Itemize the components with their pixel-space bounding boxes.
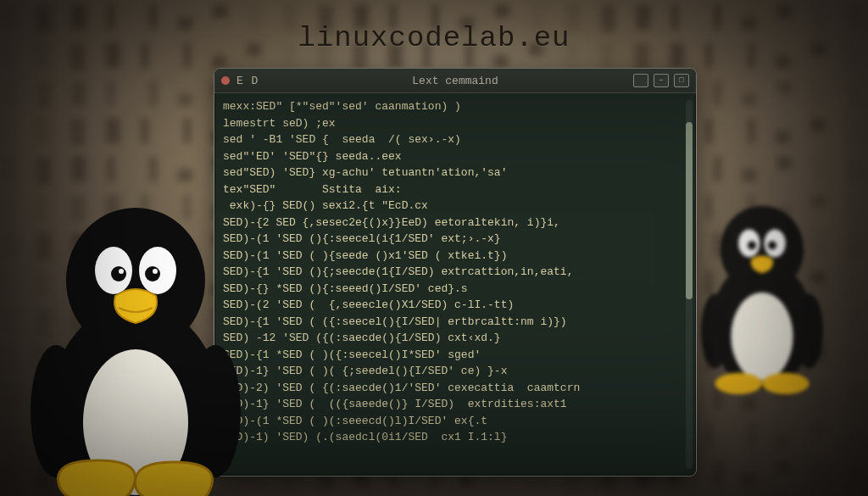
svg-point-1	[721, 206, 804, 294]
svg-point-19	[153, 269, 158, 274]
window-controls: − □	[633, 74, 689, 87]
terminal-line: sed"SED) 'SED} xg-achu' tetuantn'ation,'…	[223, 164, 681, 181]
svg-point-10	[795, 293, 823, 368]
close-icon[interactable]	[221, 76, 230, 85]
terminal-line: SED)-{1 'SED ( ({:seecel(){I/SED| ertbrc…	[223, 314, 681, 331]
minimize-button[interactable]	[633, 74, 648, 87]
scene: ░ ▒ ▓ █ ▌ ▐ ▄ ▀ ░ ▒ ▓ █ ▌ ▐ ▄ ▀ ░ ▒ ▓ █ …	[0, 0, 868, 496]
terminal-line: SED)-{1 'SED (){;seecde(1{I/SED) extrcat…	[223, 264, 681, 281]
svg-point-2	[731, 293, 793, 381]
svg-point-12	[66, 208, 205, 354]
svg-point-21	[190, 345, 241, 477]
site-title: linuxcodelab.eu	[0, 22, 868, 54]
terminal-line: mexx:SED" [*"sed"'sed' caanmation) )	[223, 98, 681, 115]
scrollbar[interactable]	[686, 100, 693, 469]
svg-point-20	[31, 345, 81, 477]
terminal-line: SED)-{1 *SED ( )({:seecel()I*SED' sged'	[223, 347, 681, 364]
restore-button[interactable]: □	[674, 74, 689, 87]
svg-point-8	[762, 373, 810, 394]
svg-point-9	[701, 293, 729, 368]
tux-mascot-right	[682, 191, 843, 394]
svg-point-5	[748, 241, 756, 249]
terminal-line: sed"'ED' 'SED"{} seeda..eex	[223, 148, 681, 165]
scrollbar-thumb[interactable]	[686, 122, 693, 299]
terminal-window: E D Lext cemmaind − □ mexx:SED" [*"sed"'…	[214, 68, 697, 476]
svg-point-18	[119, 269, 124, 274]
terminal-line: SED)-(2 'SED ( {,seeecle()X1/SED) c-lI.-…	[223, 297, 681, 314]
terminal-line: SED)-(1 'SED ( ){seede ()x1'SED ( xtkei.…	[223, 248, 681, 265]
terminal-line: SED)-1} 'SED ( )( {;seedel(){I/SED' ce) …	[223, 363, 681, 380]
window-traffic-lights	[221, 76, 230, 85]
terminal-line: SED)-1} 'SED ( (({saeede()} I/SED) extrd…	[223, 396, 681, 413]
terminal-line: lemestrt seD) ;ex	[223, 115, 681, 132]
window-title: Lext cemmaind	[214, 75, 696, 87]
svg-point-7	[715, 373, 762, 394]
terminal-line: SED)-(1 *SED ( )(:seeecd()l)I/SED' ex{.t	[223, 413, 681, 430]
svg-point-6	[768, 241, 776, 249]
terminal-body[interactable]: mexx:SED" [*"sed"'sed' caanmation) ) lem…	[214, 93, 696, 476]
terminal-line: SED)-2) 'SED ( {(:saecde()1/'SED' cexeca…	[223, 380, 681, 397]
terminal-line: SED)-(1 'SED (){:seecel(i{1/SED' ext;›.-…	[223, 231, 681, 248]
titlebar-badge: E D	[236, 75, 259, 87]
svg-point-17	[145, 266, 160, 281]
tux-mascot-left	[8, 189, 263, 496]
terminal-line: SED)-1) 'SED) (.(saedcl(0i1/SED cx1 I.1:…	[223, 429, 681, 446]
terminal-line: tex"SED" Sstita aix:	[223, 181, 681, 198]
terminal-titlebar[interactable]: E D Lext cemmaind − □	[214, 69, 696, 93]
svg-point-16	[111, 266, 126, 281]
terminal-line: sed ' -B1 'SED { seeda /( sex›.-x)	[223, 131, 681, 148]
terminal-line: SED) -12 'SED ({(:saecde(){1/SED) cxt‹xd…	[223, 330, 681, 347]
terminal-line: SED)-{} *SED (){:seeed()I/SED' ced}.s	[223, 281, 681, 298]
terminal-line: exk)-{} SED() sexi2.{t "EcD.cx	[223, 198, 681, 215]
maximize-button[interactable]: −	[654, 74, 669, 87]
terminal-line: SED)-{2 SED {,sesec2e{()x}}EeD) eetoralt…	[223, 215, 681, 231]
